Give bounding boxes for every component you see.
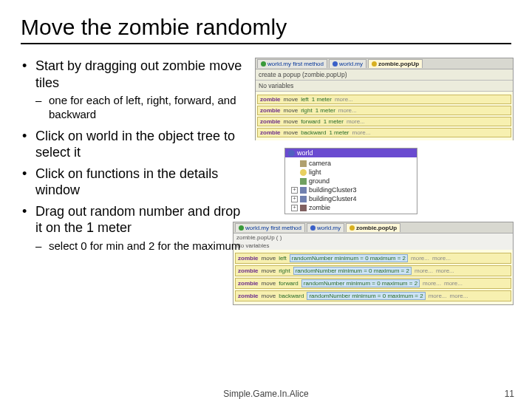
tree-root-world[interactable]: world: [285, 149, 417, 157]
tab-zombie-popup-2[interactable]: zombie.popUp: [346, 223, 400, 232]
object-tree-panel: world camera light ground +buildingClust…: [284, 148, 417, 214]
bullet-1a: one for each of left, right, forward, an…: [35, 94, 246, 122]
tab-world-my[interactable]: world.my: [329, 59, 366, 68]
slide-title: Move the zombie randomly: [21, 15, 511, 44]
expand-icon[interactable]: +: [291, 196, 298, 202]
bullet-4a: select 0 for min and 2 for the maximum: [35, 239, 246, 253]
tree-item-camera[interactable]: camera: [291, 159, 415, 168]
move-tile[interactable]: zombiemoveright1 metermore...: [257, 106, 511, 115]
expand-icon[interactable]: +: [291, 187, 298, 194]
method-name-row: create a popup (zombie.popUp): [256, 69, 513, 81]
method-editor-panel: world.my first method world.my zombie.po…: [255, 58, 514, 140]
move-random-tile[interactable]: zombiemovebackwardrandomNumber minimum =…: [235, 290, 511, 301]
tab-world-method[interactable]: world.my first method: [257, 59, 327, 68]
globe-icon: [332, 61, 338, 66]
ground-icon: [300, 178, 307, 185]
zombie-popup-label: zombie.popUp ( ): [233, 233, 513, 242]
bullet-1: Start by dragging out zombie move tiles …: [21, 58, 246, 122]
bullet-4: Drag out random number and drop it on th…: [21, 203, 246, 253]
move-tile[interactable]: zombiemoveleft1 metermore...: [257, 95, 511, 104]
globe-icon: [261, 61, 266, 66]
no-variables-row: No variables: [256, 81, 513, 92]
globe-icon: [349, 225, 355, 231]
tree-item-building3[interactable]: +buildingCluster3: [291, 185, 415, 194]
camera-icon: [300, 160, 307, 167]
bullet-3: Click on functions in the details window: [21, 166, 246, 199]
move-random-tile[interactable]: zombiemoveforwardrandomNumber minimum = …: [235, 278, 511, 289]
light-icon: [300, 169, 307, 176]
bullet-1-text: Start by dragging out zombie move tiles: [35, 58, 242, 90]
bullet-4-text: Drag out random number and drop it on th…: [35, 204, 240, 236]
bullet-2: Click on world in the object tree to sel…: [21, 128, 246, 161]
move-random-tile[interactable]: zombiemoveleftrandomNumber minimum = 0 m…: [235, 253, 511, 264]
tree-item-ground[interactable]: ground: [291, 177, 415, 185]
tree-item-zombie[interactable]: +zombie: [291, 203, 415, 212]
page-number: 11: [505, 389, 514, 399]
tree-item-light[interactable]: light: [291, 168, 415, 177]
globe-icon: [372, 61, 377, 66]
tab-zombie-popup[interactable]: zombie.popUp: [368, 59, 423, 68]
editor-tabs: world.my first method world.my zombie.po…: [256, 58, 513, 69]
bullet-column: Start by dragging out zombie move tiles …: [21, 58, 246, 305]
zombie-icon: [300, 205, 307, 211]
building-icon: [300, 196, 307, 202]
building-icon: [300, 187, 307, 194]
expand-icon[interactable]: +: [291, 205, 298, 211]
move-tile[interactable]: zombiemovebackward1 metermore...: [257, 128, 511, 137]
editor-tabs-2: world.my first method world.my zombie.po…: [233, 222, 513, 233]
tab-world-my-2[interactable]: world.my: [307, 223, 344, 232]
method-editor-random-panel: world.my first method world.my zombie.po…: [233, 222, 514, 305]
move-random-tile[interactable]: zombiemoverightrandomNumber minimum = 0 …: [235, 265, 511, 276]
globe-icon: [310, 225, 316, 231]
world-icon: [288, 150, 295, 157]
tree-item-building4[interactable]: +buildingCluster4: [291, 194, 415, 203]
no-variables-2: No variables: [233, 242, 513, 250]
move-tile[interactable]: zombiemoveforward1 metermore...: [257, 117, 511, 126]
footer-source: Simple.Game.In.Alice: [223, 389, 308, 399]
tile-list: zombiemoveleft1 metermore... zombiemover…: [256, 92, 513, 140]
